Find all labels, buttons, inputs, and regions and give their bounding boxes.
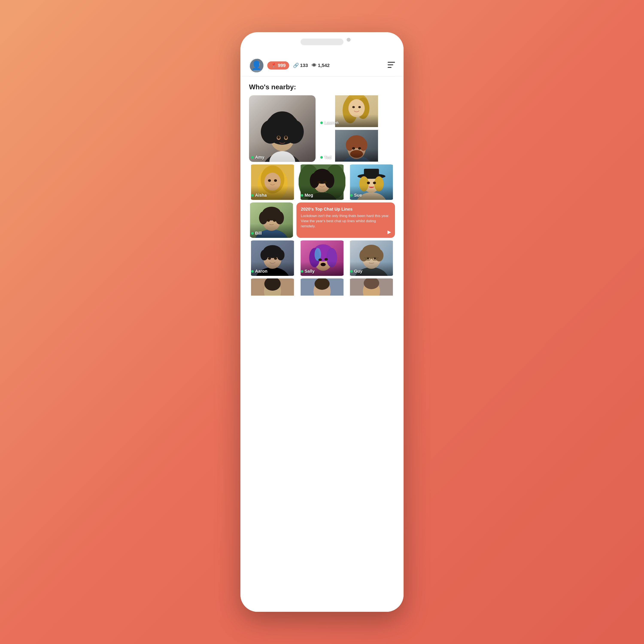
person-card-guy[interactable]: Guy — [348, 240, 395, 276]
person-name-amy: Amy — [251, 155, 264, 160]
online-dot-aisha — [251, 194, 254, 197]
svg-point-1 — [255, 62, 260, 67]
connections-badge[interactable]: 🔗 133 — [293, 63, 308, 68]
person-name-aaron: Aaron — [251, 269, 267, 274]
person-card-partial-2[interactable] — [299, 278, 346, 296]
person-name-meg: Meg — [301, 193, 313, 198]
person-name-sue: Sue — [350, 193, 362, 198]
online-dot-sally — [301, 270, 303, 273]
person-name-bill: Bill — [251, 231, 262, 236]
grid-row-2: Aisha — [240, 162, 404, 200]
svg-rect-4 — [388, 62, 395, 63]
person-card-aaron[interactable]: Aaron — [249, 240, 296, 276]
location-count: 999 — [278, 63, 286, 68]
views-count: 1,542 — [318, 63, 330, 68]
person-card-amy[interactable]: Amy — [249, 95, 316, 162]
person-card-ted[interactable]: Ted — [318, 130, 395, 162]
filter-button[interactable] — [388, 62, 395, 69]
person-card-meg[interactable]: Meg — [299, 164, 346, 200]
online-dot-ted — [320, 156, 323, 159]
person-name-ted: Ted — [320, 155, 331, 160]
phone-frame: 📍 999 🔗 133 👁 1,542 — [240, 32, 404, 612]
location-badge[interactable]: 📍 999 — [267, 61, 289, 70]
person-card-partial-3[interactable] — [348, 278, 395, 296]
person-card-aisha[interactable]: Aisha — [249, 164, 296, 200]
online-dot-aaron — [251, 270, 254, 273]
online-dot-guy — [350, 270, 353, 273]
online-dot-amy — [251, 156, 254, 159]
phone-screen: 📍 999 🔗 133 👁 1,542 — [240, 54, 404, 612]
stats-bar: 📍 999 🔗 133 👁 1,542 — [267, 61, 384, 70]
person-name-lauren: Lauren — [320, 120, 339, 125]
grid-row-4: Aaron — [240, 238, 404, 276]
svg-rect-40 — [335, 130, 378, 162]
svg-rect-6 — [388, 67, 392, 68]
connections-count: 133 — [300, 63, 308, 68]
online-dot-lauren — [320, 122, 323, 124]
right-col-1: Lauren — [318, 95, 395, 162]
views-badge[interactable]: 👁 1,542 — [312, 63, 330, 68]
location-icon: 📍 — [271, 63, 276, 68]
user-avatar[interactable] — [249, 58, 264, 73]
person-card-partial-1[interactable] — [249, 278, 296, 296]
grid-row-3: Bill 2020's Top Chat Up Lines Lockdown i… — [240, 200, 404, 238]
svg-point-2 — [253, 68, 261, 73]
person-name-guy: Guy — [350, 269, 362, 274]
views-icon: 👁 — [312, 63, 316, 68]
person-name-aisha: Aisha — [251, 193, 267, 198]
ad-card[interactable]: 2020's Top Chat Up Lines Lockdown isn't … — [296, 202, 395, 238]
person-card-sally[interactable]: Sally — [299, 240, 346, 276]
header: 📍 999 🔗 133 👁 1,542 — [240, 54, 404, 76]
person-card-lauren[interactable]: Lauren — [318, 95, 395, 127]
person-card-sue[interactable]: Sue — [348, 164, 395, 200]
svg-rect-29 — [335, 95, 378, 127]
svg-rect-20 — [249, 95, 316, 162]
svg-rect-5 — [388, 64, 393, 65]
online-dot-sue — [350, 194, 353, 197]
notch — [301, 39, 343, 45]
notch-area — [240, 32, 404, 54]
ad-play-button[interactable]: ▶ — [387, 229, 391, 235]
camera — [347, 38, 351, 42]
nearby-grid: Amy — [240, 95, 404, 296]
person-name-sally: Sally — [301, 269, 315, 274]
section-title: Who's nearby: — [240, 77, 404, 95]
ad-title: 2020's Top Chat Up Lines — [301, 207, 391, 212]
online-dot-bill — [251, 232, 254, 235]
grid-row-1: Amy — [240, 95, 404, 162]
grid-row-5-partial — [240, 276, 404, 296]
person-card-bill[interactable]: Bill — [249, 202, 294, 238]
online-dot-meg — [301, 194, 303, 197]
ad-body: Lockdown isn't the only thing thats been… — [301, 213, 391, 229]
connections-icon: 🔗 — [293, 63, 299, 68]
